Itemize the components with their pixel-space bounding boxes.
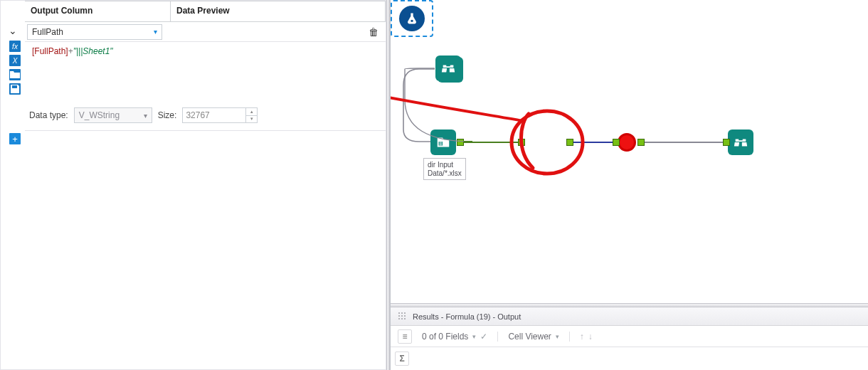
dynamic-input-tool[interactable] xyxy=(618,133,636,152)
folder-button[interactable] xyxy=(9,69,21,80)
add-expression-button[interactable]: + xyxy=(9,133,21,144)
cell-viewer-label[interactable]: Cell Viewer xyxy=(508,332,551,342)
save-icon xyxy=(9,83,21,95)
delete-expression-button[interactable]: 🗑 xyxy=(369,26,379,38)
drag-grip-icon[interactable] xyxy=(9,6,17,15)
results-title: Results - Formula (19) - Output xyxy=(413,312,521,321)
expression-toolbar: fx X xyxy=(9,41,21,95)
directory-icon xyxy=(435,134,451,150)
results-layout-button[interactable]: ≡ xyxy=(398,329,412,344)
expr-op-token: + xyxy=(68,46,73,56)
check-icon[interactable]: ✓ xyxy=(480,332,487,342)
wire-dynamic-to-browse xyxy=(645,142,723,143)
collapse-caret-icon[interactable]: ⌄ xyxy=(9,25,17,36)
nav-up-button[interactable]: ↑ xyxy=(580,332,584,342)
x-button[interactable]: X xyxy=(9,55,21,66)
svg-point-0 xyxy=(411,20,413,22)
formula-input-anchor[interactable] xyxy=(518,139,525,146)
wire-dir-to-formula xyxy=(464,142,518,143)
browse-right-input-anchor[interactable] xyxy=(723,139,730,146)
size-stepper[interactable]: ▴ ▾ xyxy=(246,107,258,123)
chevron-down-icon: ▾ xyxy=(556,333,559,340)
binoculars-icon xyxy=(733,134,748,150)
stepper-up-icon[interactable]: ▴ xyxy=(246,108,257,116)
chevron-down-icon: ▾ xyxy=(144,112,147,120)
results-header: Results - Formula (19) - Output xyxy=(391,307,868,326)
results-panel: Results - Formula (19) - Output ≡ 0 of 0… xyxy=(391,307,868,370)
formula-output-anchor[interactable] xyxy=(566,139,573,146)
save-button[interactable] xyxy=(9,83,21,95)
wire-formula-to-dynamic xyxy=(573,142,613,143)
data-type-value: V_WString xyxy=(79,110,120,120)
type-size-row: Data type: V_WString ▾ Size: ▴ ▾ xyxy=(25,105,386,131)
output-column-dropdown[interactable]: FullPath ▾ xyxy=(27,24,162,40)
expr-field-token: [FullPath] xyxy=(32,46,68,56)
header-output-column: Output Column xyxy=(25,1,171,21)
size-input[interactable] xyxy=(182,107,246,123)
chevron-down-icon: ▾ xyxy=(154,28,157,36)
output-column-row: FullPath ▾ 🗑 xyxy=(25,22,386,42)
directory-tool[interactable] xyxy=(430,130,456,155)
sigma-button[interactable]: Σ xyxy=(395,352,409,366)
workflow-canvas[interactable]: dir Input Data/*.xlsx xyxy=(391,0,868,303)
data-type-label: Data type: xyxy=(29,110,68,120)
panel-header: Output Column Data Preview xyxy=(25,1,386,22)
nav-down-button[interactable]: ↓ xyxy=(588,332,593,342)
stepper-down-icon[interactable]: ▾ xyxy=(246,116,257,123)
output-column-value: FullPath xyxy=(32,27,63,37)
fx-button[interactable]: fx xyxy=(9,41,21,52)
directory-tool-label: dir Input Data/*.xlsx xyxy=(423,158,466,180)
expression-editor[interactable]: [FullPath]+"|||Sheet1" xyxy=(25,42,386,105)
formula-config-panel: ⌄ fx X + Output Column Data Preview Full… xyxy=(0,0,386,370)
directory-output-anchor[interactable] xyxy=(457,139,464,146)
drag-grip-icon[interactable] xyxy=(398,312,407,321)
formula-flask-icon xyxy=(405,11,419,26)
right-pane: dir Input Data/*.xlsx Results - Formula … xyxy=(390,0,868,370)
dynamic-input-in-anchor[interactable] xyxy=(613,139,620,146)
data-type-dropdown[interactable]: V_WString ▾ xyxy=(74,107,152,123)
dir-label-line1: dir Input xyxy=(428,161,453,169)
header-data-preview: Data Preview xyxy=(171,1,386,21)
dir-label-line2: Data/*.xlsx xyxy=(428,169,462,177)
expr-string-token: "|||Sheet1" xyxy=(73,46,113,56)
browse-tool-top[interactable] xyxy=(435,56,461,81)
results-toolbar: ≡ 0 of 0 Fields ▾ ✓ Cell Viewer ▾ ↑ ↓ xyxy=(391,326,868,347)
fields-count: 0 of 0 Fields xyxy=(422,332,468,342)
dynamic-input-out-anchor[interactable] xyxy=(637,139,645,146)
folder-icon xyxy=(9,69,21,80)
formula-tool[interactable] xyxy=(391,0,433,37)
binoculars-icon xyxy=(440,60,456,76)
size-label: Size: xyxy=(158,110,177,120)
chevron-down-icon: ▾ xyxy=(472,333,476,340)
browse-tool-right[interactable] xyxy=(728,130,753,155)
